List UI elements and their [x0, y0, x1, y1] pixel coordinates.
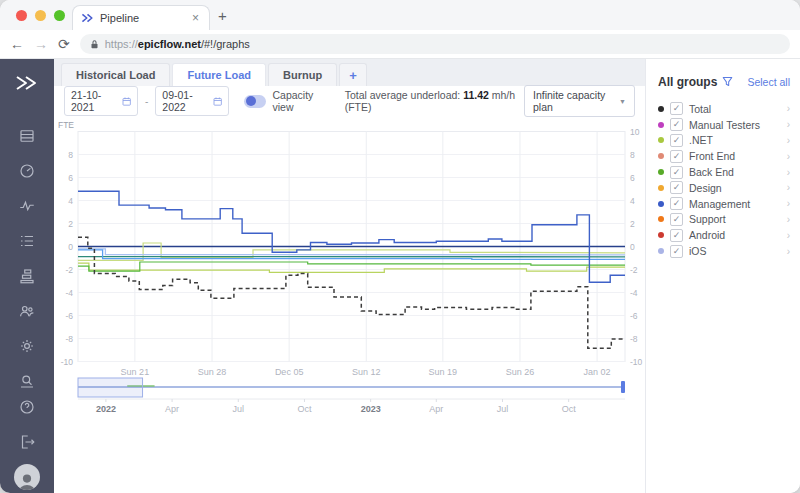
- x-axis-tick: Sun 26: [506, 367, 535, 377]
- y-axis-tick-left: -2: [65, 265, 73, 275]
- filter-funnel-icon[interactable]: [722, 73, 733, 91]
- group-checkbox[interactable]: ✓: [670, 102, 683, 115]
- select-all-link[interactable]: Select all: [747, 76, 790, 88]
- group-checkbox[interactable]: ✓: [670, 181, 683, 194]
- y-axis-tick-right: 2: [630, 219, 635, 229]
- address-bar[interactable]: https://epicflow.net/#!/graphs: [80, 34, 790, 54]
- group-checkbox[interactable]: ✓: [670, 229, 683, 242]
- x-axis-tick: Dec 05: [275, 367, 304, 377]
- group-row-support[interactable]: ✓Support›: [658, 212, 790, 228]
- new-tab-button[interactable]: +: [218, 7, 227, 24]
- group-label: Design: [689, 182, 722, 194]
- group-checkbox[interactable]: ✓: [670, 245, 683, 258]
- graph-tabs: Historical Load Future Load Burnup +: [54, 59, 645, 86]
- epicflow-logo: [14, 73, 40, 97]
- forward-icon[interactable]: →: [34, 37, 48, 51]
- y-axis-tick-left: 0: [68, 242, 73, 252]
- navigator-label: Apr: [429, 404, 443, 414]
- date-from-input[interactable]: 21-10-2021: [64, 86, 138, 116]
- audit-search-icon[interactable]: [14, 368, 40, 394]
- browser-window: Pipeline × + ← → ⟳ https://epicflow.net/…: [0, 0, 800, 493]
- x-axis-tick: Sun 21: [121, 367, 150, 377]
- settings-gear-icon[interactable]: [14, 333, 40, 359]
- browser-tab[interactable]: Pipeline ×: [72, 5, 210, 30]
- group-checkbox[interactable]: ✓: [670, 134, 683, 147]
- tab-historical-load[interactable]: Historical Load: [61, 63, 170, 86]
- tab-future-load[interactable]: Future Load: [172, 63, 266, 86]
- x-axis-tick: Sun 19: [429, 367, 458, 377]
- group-color-dot: [658, 185, 664, 191]
- group-label: Manual Testers: [689, 119, 760, 131]
- group-row-total[interactable]: ✓Total›: [658, 101, 790, 117]
- group-row-manual-testers[interactable]: ✓Manual Testers›: [658, 117, 790, 133]
- group-color-dot: [658, 232, 664, 238]
- pipeline-stack-icon[interactable]: [14, 263, 40, 289]
- group-checkbox[interactable]: ✓: [670, 118, 683, 131]
- task-list-icon[interactable]: [14, 228, 40, 254]
- chevron-right-icon[interactable]: ›: [787, 167, 790, 178]
- group-row-front-end[interactable]: ✓Front End›: [658, 148, 790, 164]
- users-icon[interactable]: [14, 298, 40, 324]
- y-axis-tick-left: -4: [65, 288, 73, 298]
- tab-close-icon[interactable]: ×: [190, 11, 201, 25]
- navigator-label: Jul: [233, 404, 245, 414]
- group-row-back-end[interactable]: ✓Back End›: [658, 164, 790, 180]
- group-row-design[interactable]: ✓Design›: [658, 180, 790, 196]
- navigator-selection[interactable]: [78, 378, 143, 397]
- add-tab-button[interactable]: +: [339, 63, 367, 86]
- chevron-right-icon[interactable]: ›: [787, 198, 790, 209]
- group-checkbox[interactable]: ✓: [670, 150, 683, 163]
- chevron-right-icon[interactable]: ›: [787, 119, 790, 130]
- navigator-label: Apr: [165, 404, 179, 414]
- y-axis-tick-right: -6: [630, 311, 638, 321]
- group-color-dot: [658, 137, 664, 143]
- chevron-right-icon[interactable]: ›: [787, 135, 790, 146]
- y-axis-tick-left: -10: [61, 357, 74, 367]
- calendar-icon[interactable]: [213, 96, 222, 107]
- navigator-handle[interactable]: [621, 381, 625, 393]
- group-row-management[interactable]: ✓Management›: [658, 196, 790, 212]
- back-icon[interactable]: ←: [10, 37, 24, 51]
- capacity-view-toggle[interactable]: [244, 95, 266, 108]
- capacity-view-label: Capacity view: [272, 89, 327, 113]
- app-sidebar: [0, 59, 54, 493]
- group-label: Front End: [689, 150, 735, 162]
- chevron-right-icon[interactable]: ›: [787, 151, 790, 162]
- chevron-right-icon[interactable]: ›: [787, 230, 790, 241]
- x-axis-tick: Jan 02: [584, 367, 611, 377]
- group-checkbox[interactable]: ✓: [670, 166, 683, 179]
- chevron-right-icon[interactable]: ›: [787, 246, 790, 257]
- activity-graph-icon[interactable]: [14, 193, 40, 219]
- logout-icon[interactable]: [14, 429, 40, 455]
- date-to-input[interactable]: 09-01-2022: [155, 86, 229, 116]
- group-row-ios[interactable]: ✓iOS›: [658, 243, 790, 259]
- group-checkbox[interactable]: ✓: [670, 213, 683, 226]
- browser-tabstrip: Pipeline × +: [0, 0, 800, 30]
- reload-icon[interactable]: ⟳: [58, 37, 70, 51]
- close-window-button[interactable]: [16, 10, 27, 21]
- group-label: Support: [689, 213, 726, 225]
- chart-controls: 21-10-2021 - 09-01-2022 Capacity view To…: [54, 86, 645, 116]
- y-axis-tick-left: -6: [65, 311, 73, 321]
- group-row-android[interactable]: ✓Android›: [658, 227, 790, 243]
- group-row--net[interactable]: ✓.NET›: [658, 133, 790, 149]
- y-axis-label: FTE: [58, 120, 74, 130]
- y-axis-tick-right: -10: [630, 357, 643, 367]
- user-avatar[interactable]: [14, 464, 40, 490]
- gauge-icon[interactable]: [14, 158, 40, 184]
- group-checkbox[interactable]: ✓: [670, 197, 683, 210]
- capacity-plan-dropdown[interactable]: Infinite capacity plan ▼: [524, 85, 635, 117]
- chevron-right-icon[interactable]: ›: [787, 182, 790, 193]
- y-axis-tick-left: -8: [65, 334, 73, 344]
- board-icon[interactable]: [14, 123, 40, 149]
- calendar-icon[interactable]: [122, 96, 131, 107]
- chevron-right-icon[interactable]: ›: [787, 214, 790, 225]
- zoom-window-button[interactable]: [54, 10, 65, 21]
- help-icon[interactable]: [14, 394, 40, 420]
- browser-tab-title: Pipeline: [100, 12, 190, 24]
- chevron-right-icon[interactable]: ›: [787, 103, 790, 114]
- tab-burnup[interactable]: Burnup: [268, 63, 337, 86]
- group-list: ✓Total›✓Manual Testers›✓.NET›✓Front End›…: [658, 101, 790, 259]
- minimize-window-button[interactable]: [35, 10, 46, 21]
- navigator-label: Oct: [562, 404, 577, 414]
